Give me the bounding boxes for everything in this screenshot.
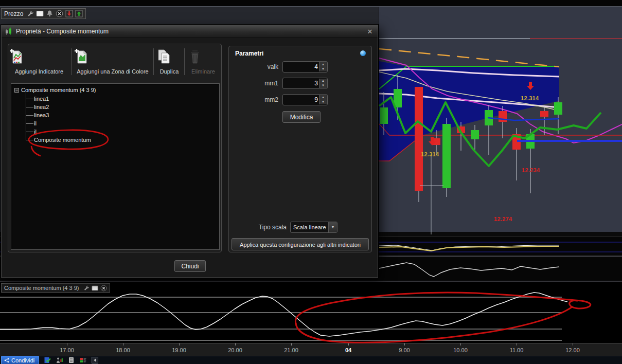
bell-icon[interactable] [46, 10, 54, 17]
spin-up-icon[interactable]: ▲ [319, 95, 327, 100]
sell-arrow-icon[interactable] [65, 10, 73, 17]
spin-down-icon[interactable]: ▼ [319, 100, 327, 104]
top-strip [0, 0, 622, 6]
tree-item-linea1[interactable]: linea1 [34, 96, 49, 102]
delete-button[interactable]: Eliminare [186, 46, 220, 78]
indicator-list-groupbox: Aggiungi Indicatore Aggiungi una Zona di… [8, 44, 222, 252]
close-circle-icon[interactable] [56, 10, 63, 17]
candlestick-icon [5, 27, 13, 35]
oscillator-canvas[interactable] [0, 282, 622, 356]
price-annotation: 12.234 [522, 167, 540, 173]
param-label: valk [229, 63, 282, 70]
trash-icon [186, 48, 220, 65]
composite-momentum-line [0, 293, 567, 336]
tree-collapse-icon[interactable]: − [14, 88, 19, 93]
oscillator-title: Composite momentum (4 3 9) [4, 285, 79, 291]
window-icon[interactable] [36, 10, 44, 17]
close-circle-icon[interactable] [100, 285, 107, 292]
candle-up [442, 124, 451, 188]
mm1-input[interactable]: 3 ▲▼ [282, 78, 328, 89]
notes-icon[interactable] [68, 357, 75, 363]
spinner-buttons[interactable]: ▲▼ [319, 79, 327, 88]
add-color-zone-icon [73, 48, 152, 65]
tree-item-linea3[interactable]: linea3 [34, 112, 49, 118]
orange-dashed-line [379, 49, 559, 67]
add-indicator-button[interactable]: Aggiungi Indicatore [8, 46, 70, 78]
indicator-tree-listbox[interactable]: − Composite momentum (4 3 9) linea1 line… [11, 83, 220, 250]
parameters-groupbox: Parametri valk 4 ▲▼ mm1 3 ▲▼ mm2 9 [228, 46, 372, 252]
collapse-icon[interactable] [92, 357, 98, 363]
tree-root-label: Composite momentum (4 3 9) [21, 87, 96, 93]
candle-down [540, 111, 548, 117]
param-row-mm1: mm1 3 ▲▼ [229, 77, 328, 89]
candle-up [554, 102, 562, 115]
mm2-value: 9 [314, 96, 318, 103]
price-panel-label: Prezzo [4, 10, 23, 17]
watchlist-icon[interactable] [56, 357, 63, 363]
price-annotation: 12.314 [421, 151, 439, 157]
portfolio-icon[interactable] [80, 357, 86, 363]
duplicate-button[interactable]: Duplica [155, 46, 183, 78]
scale-type-row: Tipo scala Scala lineare ▼ [229, 222, 337, 233]
add-color-zone-label: Aggiungi una Zona di Colore [77, 68, 148, 75]
add-color-zone-button[interactable]: Aggiungi una Zona di Colore [73, 46, 152, 78]
bottom-toolbar: Condividi [0, 356, 622, 364]
spinner-buttons[interactable]: ▲▼ [319, 95, 327, 104]
spin-down-icon[interactable]: ▼ [319, 83, 327, 88]
properties-dialog: Proprietà - Composite momentum ✕ Aggiung… [1, 25, 378, 278]
spin-up-icon[interactable]: ▲ [319, 62, 327, 67]
dialog-titlebar[interactable]: Proprietà - Composite momentum ✕ [2, 25, 378, 38]
modify-button[interactable]: Modifica [282, 111, 321, 123]
candle-down [415, 87, 423, 191]
strip-b-white-line [379, 263, 559, 277]
param-label: mm2 [229, 96, 282, 103]
wrench-icon[interactable] [26, 10, 34, 17]
tree-item-il-1[interactable]: il [34, 120, 37, 126]
trading-app: 12.314 12.314 12.234 12.274 Prezzo [0, 0, 622, 364]
spin-down-icon[interactable]: ▼ [319, 67, 327, 71]
window-icon[interactable] [92, 285, 98, 292]
tree-item-il-2[interactable]: il [34, 129, 37, 135]
candle-up [380, 107, 388, 124]
share-icon [4, 358, 9, 363]
duplicate-icon [155, 48, 183, 65]
tree-item-linea2[interactable]: linea2 [34, 104, 49, 110]
candle-up [471, 130, 479, 139]
tree-root-item[interactable]: − Composite momentum (4 3 9) [14, 87, 96, 93]
price-annotation: 12.274 [494, 216, 512, 222]
candle-down [499, 111, 507, 122]
flag-check-icon[interactable] [44, 357, 51, 363]
add-indicator-icon [8, 48, 70, 65]
param-row-mm2: mm2 9 ▲▼ [229, 94, 328, 106]
apply-to-all-button[interactable]: Applica questa configurazione agli altri… [232, 238, 369, 250]
valk-input[interactable]: 4 ▲▼ [282, 61, 328, 72]
scale-type-value: Scala lineare [291, 224, 328, 230]
share-button-label: Condividi [11, 357, 34, 363]
duplicate-label: Duplica [160, 68, 179, 75]
oscillator-gridlines [0, 297, 562, 340]
help-bubble-icon[interactable] [360, 50, 366, 56]
scale-type-label: Tipo scala [229, 224, 290, 231]
oscillator-header[interactable]: Composite momentum (4 3 9) [1, 283, 110, 293]
close-dialog-button[interactable]: Chiudi [174, 260, 206, 272]
strip-a-yellow-line [379, 246, 559, 251]
mm1-value: 3 [314, 80, 318, 87]
chevron-down-icon[interactable]: ▼ [328, 222, 337, 232]
spinner-buttons[interactable]: ▲▼ [319, 62, 327, 71]
mm2-input[interactable]: 9 ▲▼ [282, 94, 328, 105]
tree-item-composite-momentum[interactable]: Composite momentum [34, 137, 91, 143]
wrench-icon[interactable] [83, 285, 90, 292]
share-button[interactable]: Condividi [1, 356, 39, 364]
buy-arrow-icon[interactable] [75, 10, 83, 17]
parameters-title: Parametri [235, 50, 263, 57]
price-annotation: 12.314 [521, 95, 539, 101]
dialog-close-button[interactable]: ✕ [365, 28, 375, 35]
add-indicator-label: Aggiungi Indicatore [15, 68, 63, 75]
scale-type-select[interactable]: Scala lineare ▼ [290, 222, 337, 233]
composite-momentum-panel[interactable]: 17.00 18.00 19.00 20.00 21.00 04 9.00 10… [0, 282, 622, 356]
valk-value: 4 [314, 63, 318, 70]
price-panel-toolbar: Prezzo [1, 8, 86, 19]
param-label: mm1 [229, 80, 282, 87]
param-row-valk: valk 4 ▲▼ [229, 61, 328, 73]
spin-up-icon[interactable]: ▲ [319, 79, 327, 83]
